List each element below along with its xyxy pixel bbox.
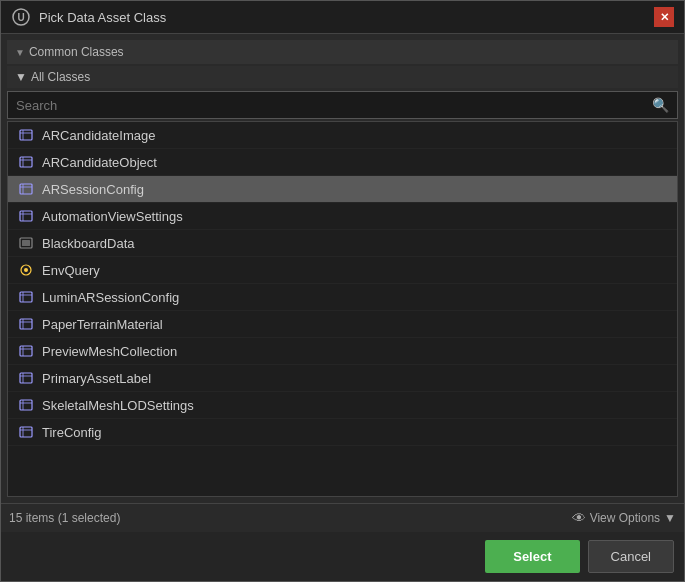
view-options-label: View Options (590, 511, 660, 525)
list-item[interactable]: ARCandidateImage (8, 122, 677, 149)
svg-rect-5 (20, 157, 32, 167)
item-label: PrimaryAssetLabel (42, 371, 151, 386)
status-text: 15 items (1 selected) (9, 511, 120, 525)
item-icon (18, 370, 34, 386)
common-classes-label: Common Classes (29, 45, 124, 59)
button-row: Select Cancel (1, 532, 684, 581)
search-icon: 🔍 (644, 92, 677, 118)
view-options-chevron: ▼ (664, 511, 676, 525)
list-item[interactable]: BlackboardData (8, 230, 677, 257)
close-button[interactable]: ✕ (654, 7, 674, 27)
search-bar: 🔍 (7, 91, 678, 119)
item-icon (18, 208, 34, 224)
svg-rect-15 (22, 240, 30, 246)
item-icon (18, 424, 34, 440)
svg-text:U: U (17, 12, 24, 23)
cancel-button[interactable]: Cancel (588, 540, 674, 573)
view-options-button[interactable]: 👁 View Options ▼ (572, 510, 676, 526)
dialog-title: Pick Data Asset Class (39, 10, 166, 25)
item-label: ARCandidateImage (42, 128, 155, 143)
item-icon (18, 127, 34, 143)
item-label: BlackboardData (42, 236, 135, 251)
item-icon (18, 154, 34, 170)
all-classes-arrow: ▼ (15, 70, 27, 84)
list-item[interactable]: PaperTerrainMaterial (8, 311, 677, 338)
item-icon (18, 262, 34, 278)
all-classes-header: ▼ All Classes (7, 66, 678, 88)
title-bar: U Pick Data Asset Class ✕ (1, 1, 684, 34)
item-icon (18, 235, 34, 251)
list-item[interactable]: PrimaryAssetLabel (8, 365, 677, 392)
item-label: ARSessionConfig (42, 182, 144, 197)
common-classes-header: ▼ Common Classes (7, 40, 678, 64)
class-list[interactable]: ARCandidateImage ARCandidateObject ARSes… (7, 121, 678, 497)
item-icon (18, 289, 34, 305)
svg-rect-24 (20, 346, 32, 356)
select-button[interactable]: Select (485, 540, 579, 573)
all-classes-label: All Classes (31, 70, 90, 84)
item-label: TireConfig (42, 425, 101, 440)
dialog-window: U Pick Data Asset Class ✕ ▼ Common Class… (0, 0, 685, 582)
list-item[interactable]: ARCandidateObject (8, 149, 677, 176)
item-label: AutomationViewSettings (42, 209, 183, 224)
item-icon (18, 397, 34, 413)
title-bar-left: U Pick Data Asset Class (11, 7, 166, 27)
list-item[interactable]: SkeletalMeshLODSettings (8, 392, 677, 419)
footer: 15 items (1 selected) 👁 View Options ▼ (1, 503, 684, 532)
item-label: EnvQuery (42, 263, 100, 278)
ue-logo: U (11, 7, 31, 27)
dialog-content: ▼ Common Classes ▼ All Classes 🔍 ARCandi… (1, 34, 684, 503)
item-label: PreviewMeshCollection (42, 344, 177, 359)
item-label: PaperTerrainMaterial (42, 317, 163, 332)
svg-rect-21 (20, 319, 32, 329)
svg-rect-27 (20, 373, 32, 383)
svg-point-17 (24, 268, 28, 272)
list-item[interactable]: TireConfig (8, 419, 677, 446)
common-classes-arrow: ▼ (15, 47, 25, 58)
svg-rect-2 (20, 130, 32, 140)
item-icon (18, 316, 34, 332)
svg-rect-30 (20, 400, 32, 410)
item-label: SkeletalMeshLODSettings (42, 398, 194, 413)
svg-rect-18 (20, 292, 32, 302)
list-item[interactable]: LuminARSessionConfig (8, 284, 677, 311)
svg-rect-8 (20, 184, 32, 194)
item-icon (18, 343, 34, 359)
list-item[interactable]: AutomationViewSettings (8, 203, 677, 230)
item-icon (18, 181, 34, 197)
list-item[interactable]: PreviewMeshCollection (8, 338, 677, 365)
search-input[interactable] (8, 93, 644, 118)
svg-rect-33 (20, 427, 32, 437)
list-item[interactable]: EnvQuery (8, 257, 677, 284)
list-item[interactable]: ARSessionConfig (8, 176, 677, 203)
svg-rect-11 (20, 211, 32, 221)
item-label: ARCandidateObject (42, 155, 157, 170)
eye-icon: 👁 (572, 510, 586, 526)
item-label: LuminARSessionConfig (42, 290, 179, 305)
